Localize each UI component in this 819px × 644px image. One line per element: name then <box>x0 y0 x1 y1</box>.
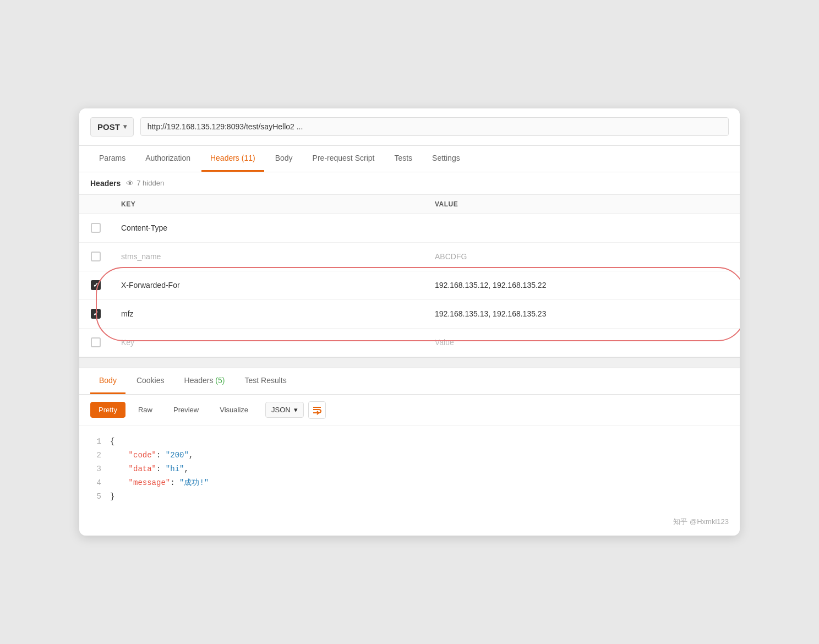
headers-table: KEY VALUE Content-Type stms_name ABCDFG <box>79 195 740 357</box>
watermark: 知乎 @Hxmkl123 <box>79 512 740 536</box>
line-num-2: 2 <box>90 449 101 462</box>
key-cell-1[interactable]: Content-Type <box>112 218 426 238</box>
format-type-chevron: ▾ <box>294 406 298 414</box>
annotated-rows: X-Forwarded-For 192.168.135.12, 192.168.… <box>79 271 740 357</box>
format-type-label: JSON <box>271 406 291 414</box>
table-row: stms_name ABCDFG <box>79 243 740 271</box>
headers-section: Headers 👁 7 hidden <box>79 172 740 195</box>
request-tabs-bar: Params Authorization Headers (11) Body P… <box>79 146 740 172</box>
format-preview-btn[interactable]: Preview <box>165 402 207 418</box>
check-cell-5[interactable] <box>79 332 112 353</box>
table-row: X-Forwarded-For 192.168.135.12, 192.168.… <box>79 271 740 300</box>
code-line-1: 1 { <box>90 435 729 449</box>
code-content-3: "data": "hi", <box>110 462 189 476</box>
response-toolbar: Pretty Raw Preview Visualize JSON ▾ <box>79 395 740 426</box>
response-tabs-bar: Body Cookies Headers (5) Test Results <box>79 368 740 395</box>
code-area: 1 { 2 "code": "200", 3 "data": "hi", 4 <box>79 426 740 513</box>
code-line-4: 4 "message": "成功!" <box>90 476 729 490</box>
json-key-4: "message" <box>129 478 171 487</box>
tab-body[interactable]: Body <box>266 146 302 172</box>
check-cell-3[interactable] <box>79 275 112 296</box>
table-row: Key Value <box>79 329 740 357</box>
checkbox-1[interactable] <box>91 223 101 233</box>
checkbox-4[interactable] <box>91 309 101 319</box>
response-tab-headers-label: Headers <box>184 376 214 385</box>
code-line-2: 2 "code": "200", <box>90 449 729 462</box>
json-value-4: "成功!" <box>179 478 209 487</box>
value-cell-3[interactable]: 192.168.135.12, 192.168.135.22 <box>426 275 740 295</box>
key-cell-3[interactable]: X-Forwarded-For <box>112 275 426 295</box>
value-cell-5[interactable]: Value <box>426 332 740 352</box>
table-header-row: KEY VALUE <box>79 195 740 214</box>
response-tab-headers-badge: (5) <box>215 376 225 385</box>
tab-params[interactable]: Params <box>90 146 134 172</box>
key-cell-5[interactable]: Key <box>112 332 426 352</box>
col-key-header: KEY <box>112 195 426 214</box>
format-raw-btn[interactable]: Raw <box>130 402 161 418</box>
method-label: POST <box>97 122 120 132</box>
code-line-5: 5 } <box>90 490 729 504</box>
code-line-3: 3 "data": "hi", <box>90 462 729 476</box>
method-select[interactable]: POST ▾ <box>90 117 134 137</box>
url-input[interactable] <box>140 117 729 136</box>
tab-headers[interactable]: Headers (11) <box>201 146 264 172</box>
response-tab-cookies[interactable]: Cookies <box>128 368 173 394</box>
check-cell-4[interactable] <box>79 303 112 324</box>
value-cell-2[interactable]: ABCDFG <box>426 247 740 266</box>
section-separator <box>79 357 740 368</box>
code-content-1: { <box>110 435 114 449</box>
wrap-btn[interactable] <box>308 401 326 419</box>
check-cell-2[interactable] <box>79 246 112 267</box>
json-value-3: "hi" <box>166 465 184 473</box>
line-num-5: 5 <box>90 490 101 504</box>
line-num-1: 1 <box>90 435 101 449</box>
tab-headers-label: Headers <box>210 154 239 162</box>
code-content-4: "message": "成功!" <box>110 476 209 490</box>
format-type-select[interactable]: JSON ▾ <box>265 402 304 418</box>
checkbox-5[interactable] <box>91 337 101 347</box>
format-visualize-btn[interactable]: Visualize <box>211 402 256 418</box>
response-tab-testresults[interactable]: Test Results <box>236 368 295 394</box>
code-content-2: "code": "200", <box>110 449 193 462</box>
app-container: POST ▾ Params Authorization Headers (11)… <box>79 108 740 536</box>
line-num-4: 4 <box>90 476 101 490</box>
col-value-header: VALUE <box>426 195 740 214</box>
response-tab-body[interactable]: Body <box>90 368 125 394</box>
key-cell-4[interactable]: mfz <box>112 304 426 324</box>
key-cell-2[interactable]: stms_name <box>112 247 426 266</box>
hidden-badge: 👁 7 hidden <box>126 179 164 188</box>
check-cell-1[interactable] <box>79 217 112 238</box>
hidden-count: 7 hidden <box>136 179 164 187</box>
tab-settings[interactable]: Settings <box>423 146 469 172</box>
url-bar: POST ▾ <box>79 108 740 146</box>
tab-tests[interactable]: Tests <box>385 146 421 172</box>
line-num-3: 3 <box>90 462 101 476</box>
table-row: mfz 192.168.135.13, 192.168.135.23 <box>79 300 740 329</box>
tab-authorization[interactable]: Authorization <box>136 146 199 172</box>
eye-icon: 👁 <box>126 179 134 188</box>
checkbox-3[interactable] <box>91 280 101 290</box>
response-section: Body Cookies Headers (5) Test Results Pr… <box>79 368 740 536</box>
json-key-2: "code" <box>129 451 156 460</box>
table-row: Content-Type <box>79 214 740 243</box>
wrap-icon <box>312 405 322 415</box>
checkbox-2[interactable] <box>91 252 101 261</box>
json-key-3: "data" <box>129 465 156 473</box>
tab-headers-badge: (11) <box>242 154 255 162</box>
tab-prerequest[interactable]: Pre-request Script <box>304 146 384 172</box>
method-chevron: ▾ <box>123 123 127 130</box>
value-cell-4[interactable]: 192.168.135.13, 192.168.135.23 <box>426 304 740 324</box>
code-content-5: } <box>110 490 114 504</box>
json-value-2: "200" <box>166 451 189 460</box>
response-tab-headers[interactable]: Headers (5) <box>176 368 234 394</box>
headers-section-label: Headers <box>90 179 121 188</box>
watermark-text: 知乎 @Hxmkl123 <box>673 517 729 526</box>
col-check-header <box>79 195 112 214</box>
value-cell-1[interactable] <box>426 222 740 233</box>
format-pretty-btn[interactable]: Pretty <box>90 402 125 418</box>
